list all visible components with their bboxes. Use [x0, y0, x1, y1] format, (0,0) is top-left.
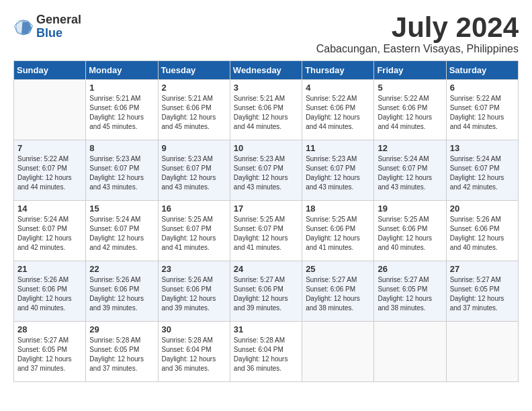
day-number: 10	[234, 143, 298, 153]
day-number: 5	[378, 83, 442, 93]
cell-info: Sunrise: 5:28 AM Sunset: 6:05 PM Dayligh…	[89, 336, 154, 373]
calendar-cell: 3Sunrise: 5:21 AM Sunset: 6:06 PM Daylig…	[230, 80, 302, 140]
calendar-week-1: 1Sunrise: 5:21 AM Sunset: 6:06 PM Daylig…	[14, 80, 519, 140]
day-number: 4	[306, 83, 370, 93]
calendar-cell: 30Sunrise: 5:28 AM Sunset: 6:04 PM Dayli…	[158, 322, 230, 382]
cell-info: Sunrise: 5:23 AM Sunset: 6:07 PM Dayligh…	[89, 154, 154, 192]
calendar-cell: 27Sunrise: 5:27 AM Sunset: 6:05 PM Dayli…	[446, 261, 518, 322]
day-number: 15	[89, 203, 154, 214]
cell-info: Sunrise: 5:24 AM Sunset: 6:07 PM Dayligh…	[450, 154, 515, 192]
day-header-friday: Friday	[374, 61, 446, 80]
cell-info: Sunrise: 5:22 AM Sunset: 6:07 PM Dayligh…	[17, 154, 82, 192]
calendar-cell: 10Sunrise: 5:23 AM Sunset: 6:07 PM Dayli…	[230, 140, 302, 201]
day-number: 30	[162, 324, 226, 334]
day-number: 28	[17, 324, 82, 334]
day-number: 17	[234, 203, 298, 214]
cell-info: Sunrise: 5:27 AM Sunset: 6:05 PM Dayligh…	[378, 275, 442, 313]
calendar-cell: 9Sunrise: 5:23 AM Sunset: 6:07 PM Daylig…	[158, 140, 230, 201]
day-number: 22	[89, 264, 154, 274]
day-number: 23	[162, 264, 226, 274]
month-year-title: July 2024	[316, 13, 519, 42]
cell-info: Sunrise: 5:25 AM Sunset: 6:07 PM Dayligh…	[234, 215, 298, 253]
day-header-sunday: Sunday	[14, 61, 86, 80]
day-header-tuesday: Tuesday	[158, 61, 230, 80]
calendar-cell	[374, 322, 446, 382]
calendar-cell: 4Sunrise: 5:22 AM Sunset: 6:06 PM Daylig…	[302, 80, 374, 140]
cell-info: Sunrise: 5:26 AM Sunset: 6:06 PM Dayligh…	[89, 275, 154, 313]
cell-info: Sunrise: 5:27 AM Sunset: 6:06 PM Dayligh…	[306, 275, 370, 313]
cell-info: Sunrise: 5:27 AM Sunset: 6:05 PM Dayligh…	[450, 275, 515, 313]
cell-info: Sunrise: 5:27 AM Sunset: 6:06 PM Dayligh…	[234, 275, 298, 313]
calendar-cell: 26Sunrise: 5:27 AM Sunset: 6:05 PM Dayli…	[374, 261, 446, 322]
cell-info: Sunrise: 5:23 AM Sunset: 6:07 PM Dayligh…	[162, 154, 226, 192]
calendar-cell: 15Sunrise: 5:24 AM Sunset: 6:07 PM Dayli…	[86, 201, 158, 261]
calendar-cell: 24Sunrise: 5:27 AM Sunset: 6:06 PM Dayli…	[230, 261, 302, 322]
cell-info: Sunrise: 5:23 AM Sunset: 6:07 PM Dayligh…	[306, 154, 370, 192]
day-number: 1	[89, 83, 154, 93]
logo: General Blue	[13, 13, 81, 40]
cell-info: Sunrise: 5:21 AM Sunset: 6:06 PM Dayligh…	[234, 94, 298, 132]
day-header-wednesday: Wednesday	[230, 61, 302, 80]
calendar-cell: 28Sunrise: 5:27 AM Sunset: 6:05 PM Dayli…	[14, 322, 86, 382]
calendar-week-5: 28Sunrise: 5:27 AM Sunset: 6:05 PM Dayli…	[14, 322, 519, 382]
day-number: 20	[450, 203, 515, 214]
day-number: 9	[162, 143, 226, 153]
day-number: 12	[378, 143, 442, 153]
cell-info: Sunrise: 5:27 AM Sunset: 6:05 PM Dayligh…	[17, 336, 82, 373]
day-number: 18	[306, 203, 370, 214]
calendar-cell: 1Sunrise: 5:21 AM Sunset: 6:06 PM Daylig…	[86, 80, 158, 140]
day-number: 3	[234, 83, 298, 93]
title-block: July 2024 Cabacungan, Eastern Visayas, P…	[316, 13, 519, 55]
calendar-cell: 31Sunrise: 5:28 AM Sunset: 6:04 PM Dayli…	[230, 322, 302, 382]
cell-info: Sunrise: 5:24 AM Sunset: 6:07 PM Dayligh…	[17, 215, 82, 253]
day-number: 29	[89, 324, 154, 334]
calendar-cell: 2Sunrise: 5:21 AM Sunset: 6:06 PM Daylig…	[158, 80, 230, 140]
calendar-cell: 8Sunrise: 5:23 AM Sunset: 6:07 PM Daylig…	[86, 140, 158, 201]
calendar-cell: 17Sunrise: 5:25 AM Sunset: 6:07 PM Dayli…	[230, 201, 302, 261]
calendar-cell: 14Sunrise: 5:24 AM Sunset: 6:07 PM Dayli…	[14, 201, 86, 261]
calendar-cell: 19Sunrise: 5:25 AM Sunset: 6:06 PM Dayli…	[374, 201, 446, 261]
calendar-week-4: 21Sunrise: 5:26 AM Sunset: 6:06 PM Dayli…	[14, 261, 519, 322]
day-number: 25	[306, 264, 370, 274]
calendar-cell: 20Sunrise: 5:26 AM Sunset: 6:06 PM Dayli…	[446, 201, 518, 261]
day-number: 27	[450, 264, 515, 274]
calendar-cell: 16Sunrise: 5:25 AM Sunset: 6:07 PM Dayli…	[158, 201, 230, 261]
page-header: General Blue July 2024 Cabacungan, Easte…	[13, 13, 519, 55]
cell-info: Sunrise: 5:24 AM Sunset: 6:07 PM Dayligh…	[378, 154, 442, 192]
calendar-cell	[302, 322, 374, 382]
calendar-cell: 23Sunrise: 5:26 AM Sunset: 6:06 PM Dayli…	[158, 261, 230, 322]
logo-icon	[13, 17, 34, 37]
cell-info: Sunrise: 5:21 AM Sunset: 6:06 PM Dayligh…	[162, 94, 226, 132]
calendar-cell: 13Sunrise: 5:24 AM Sunset: 6:07 PM Dayli…	[446, 140, 518, 201]
cell-info: Sunrise: 5:21 AM Sunset: 6:06 PM Dayligh…	[89, 94, 154, 132]
cell-info: Sunrise: 5:22 AM Sunset: 6:06 PM Dayligh…	[306, 94, 370, 132]
calendar-cell: 11Sunrise: 5:23 AM Sunset: 6:07 PM Dayli…	[302, 140, 374, 201]
day-header-saturday: Saturday	[446, 61, 518, 80]
day-number: 11	[306, 143, 370, 153]
day-number: 24	[234, 264, 298, 274]
calendar-cell: 21Sunrise: 5:26 AM Sunset: 6:06 PM Dayli…	[14, 261, 86, 322]
calendar-cell	[14, 80, 86, 140]
location-subtitle: Cabacungan, Eastern Visayas, Philippines	[316, 43, 519, 55]
day-header-monday: Monday	[86, 61, 158, 80]
calendar-cell: 7Sunrise: 5:22 AM Sunset: 6:07 PM Daylig…	[14, 140, 86, 201]
cell-info: Sunrise: 5:24 AM Sunset: 6:07 PM Dayligh…	[89, 215, 154, 253]
calendar-cell: 18Sunrise: 5:25 AM Sunset: 6:06 PM Dayli…	[302, 201, 374, 261]
calendar-cell: 5Sunrise: 5:22 AM Sunset: 6:06 PM Daylig…	[374, 80, 446, 140]
header-row: SundayMondayTuesdayWednesdayThursdayFrid…	[14, 61, 519, 80]
logo-text: General Blue	[36, 13, 81, 40]
day-number: 26	[378, 264, 442, 274]
day-number: 8	[89, 143, 154, 153]
cell-info: Sunrise: 5:28 AM Sunset: 6:04 PM Dayligh…	[234, 336, 298, 373]
cell-info: Sunrise: 5:26 AM Sunset: 6:06 PM Dayligh…	[162, 275, 226, 313]
calendar-table: SundayMondayTuesdayWednesdayThursdayFrid…	[13, 60, 519, 382]
calendar-week-3: 14Sunrise: 5:24 AM Sunset: 6:07 PM Dayli…	[14, 201, 519, 261]
day-number: 14	[17, 203, 82, 214]
day-number: 19	[378, 203, 442, 214]
calendar-cell: 12Sunrise: 5:24 AM Sunset: 6:07 PM Dayli…	[374, 140, 446, 201]
calendar-week-2: 7Sunrise: 5:22 AM Sunset: 6:07 PM Daylig…	[14, 140, 519, 201]
calendar-cell: 22Sunrise: 5:26 AM Sunset: 6:06 PM Dayli…	[86, 261, 158, 322]
cell-info: Sunrise: 5:26 AM Sunset: 6:06 PM Dayligh…	[17, 275, 82, 313]
cell-info: Sunrise: 5:25 AM Sunset: 6:06 PM Dayligh…	[378, 215, 442, 253]
day-number: 21	[17, 264, 82, 274]
